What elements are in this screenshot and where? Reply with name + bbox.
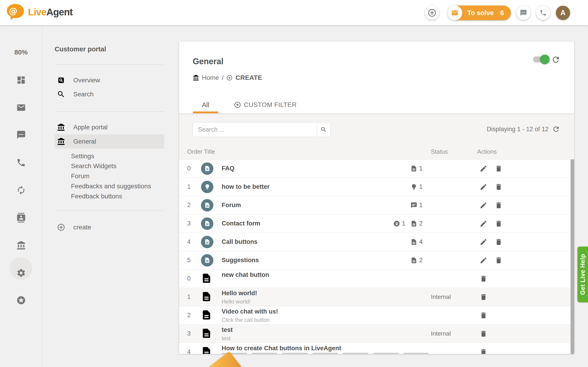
- article-count: 2: [410, 257, 423, 264]
- row-title[interactable]: test: [222, 326, 233, 334]
- sidebar-item-create[interactable]: create: [55, 221, 164, 234]
- row-title[interactable]: how to be better: [222, 183, 270, 190]
- chat-icon[interactable]: [0, 130, 42, 140]
- edit-button[interactable]: [479, 219, 488, 228]
- table-row[interactable]: 1 how to be better 1: [179, 178, 574, 196]
- breadcrumb-create[interactable]: CREATE: [235, 74, 262, 81]
- row-title[interactable]: FAQ: [222, 165, 234, 172]
- add-button[interactable]: [425, 6, 439, 20]
- dashboard-icon[interactable]: [0, 75, 42, 85]
- table-row[interactable]: 4 How to create Chat buttons in LiveAgen…: [179, 343, 574, 354]
- sidebar-item-overview[interactable]: Overview: [55, 74, 164, 87]
- edit-button[interactable]: [479, 256, 488, 265]
- sidebar-item-general[interactable]: General: [55, 135, 164, 148]
- phone-icon[interactable]: [0, 158, 42, 167]
- delete-button[interactable]: [494, 237, 503, 247]
- refresh-icon[interactable]: [551, 55, 561, 64]
- table-body: 0 FAQ 1 1 how to be better 1: [179, 159, 574, 354]
- breadcrumb-home[interactable]: Home: [202, 74, 219, 81]
- liveagent-logo[interactable]: @ LiveAgent: [6, 3, 73, 21]
- delete-button[interactable]: [494, 201, 503, 210]
- table-row[interactable]: 2 Forum 1: [179, 196, 574, 215]
- row-title[interactable]: How to create Chat buttons in LiveAgent: [222, 345, 341, 352]
- table-row[interactable]: 2 Video chat with us! Click the call but…: [179, 306, 574, 325]
- row-order: 2: [187, 312, 201, 319]
- icon-rail: 80%: [0, 25, 42, 367]
- delete-button[interactable]: [494, 182, 503, 192]
- delete-button[interactable]: [479, 274, 488, 283]
- chats-button[interactable]: [516, 6, 531, 20]
- to-solve-button[interactable]: To solve 6: [447, 6, 511, 20]
- avatar[interactable]: A: [556, 6, 570, 20]
- table-row[interactable]: 1 Hello world! Hello world! Internal: [179, 288, 574, 306]
- sidebar-item-settings[interactable]: Settings: [71, 151, 94, 161]
- row-title[interactable]: Hello world!: [222, 290, 257, 297]
- get-live-help-button[interactable]: Get Live Help: [578, 247, 588, 302]
- delete-button[interactable]: [479, 292, 488, 302]
- to-solve-count: 6: [500, 9, 504, 17]
- star-icon[interactable]: [0, 295, 42, 305]
- page-title: General: [193, 57, 224, 66]
- row-title[interactable]: Suggestions: [222, 257, 259, 264]
- sidebar-item-apple-portal[interactable]: Apple portal: [55, 121, 164, 134]
- pagination-info: Displaying 1 - 12 of 12: [487, 125, 560, 133]
- sidebar-item-search[interactable]: Search: [55, 88, 164, 101]
- edit-button[interactable]: [479, 182, 488, 192]
- document-icon: [201, 199, 213, 211]
- tab-all[interactable]: All: [193, 96, 218, 113]
- tab-custom-filter[interactable]: CUSTOM FILTER: [234, 96, 296, 113]
- contacts-icon[interactable]: [0, 213, 42, 223]
- svg-text:@: @: [9, 6, 17, 16]
- table-row[interactable]: 0 FAQ 1: [179, 159, 574, 178]
- forum-count: 1: [410, 202, 423, 209]
- calls-button[interactable]: [536, 6, 550, 20]
- panel-header: General Home / CREATE All CUSTOM FILTER: [179, 42, 574, 113]
- plus-circle-icon: [57, 223, 65, 232]
- row-order: 4: [187, 238, 201, 245]
- sidebar-item-search-widgets[interactable]: Search Widgets: [71, 161, 116, 171]
- row-title[interactable]: Video chat with us!: [222, 308, 278, 315]
- row-title[interactable]: Call buttons: [222, 238, 258, 245]
- overview-icon: [57, 76, 65, 84]
- mail-icon[interactable]: [0, 103, 42, 112]
- portal-icon[interactable]: [0, 241, 42, 250]
- document-icon: [201, 162, 213, 175]
- row-status: Internal: [431, 293, 477, 300]
- row-title[interactable]: new chat button: [222, 271, 269, 278]
- home-portal-icon: [193, 75, 199, 81]
- article-count: 1: [410, 165, 423, 172]
- file-icon: [201, 272, 212, 285]
- search-submit-button[interactable]: [317, 123, 330, 137]
- table-row[interactable]: 4 Call buttons 4: [179, 233, 574, 251]
- delete-button[interactable]: [479, 329, 488, 338]
- delete-button[interactable]: [479, 348, 488, 354]
- delete-button[interactable]: [494, 164, 503, 173]
- sidebar-item-forum[interactable]: Forum: [71, 171, 90, 181]
- table-scrollbar[interactable]: [571, 159, 574, 354]
- delete-button[interactable]: [494, 219, 503, 228]
- file-icon: [201, 308, 212, 322]
- table-row[interactable]: 3 Contact form 1 2: [179, 215, 574, 233]
- row-order: 1: [187, 293, 201, 300]
- delete-button[interactable]: [479, 311, 488, 320]
- button-count: 1: [393, 220, 405, 227]
- sidebar-item-feedback-buttons[interactable]: Feedback buttons: [71, 191, 122, 201]
- search-input[interactable]: [193, 123, 317, 137]
- table-row[interactable]: 0 new chat button: [179, 269, 574, 288]
- edit-button[interactable]: [479, 201, 488, 210]
- table-row[interactable]: 3 test test Internal: [179, 325, 574, 343]
- edit-button[interactable]: [479, 164, 488, 173]
- top-header: @ LiveAgent To solve 6 A: [0, 0, 588, 25]
- row-title[interactable]: Contact form: [222, 220, 260, 227]
- active-toggle[interactable]: [533, 56, 547, 62]
- settings-icon[interactable]: [0, 268, 42, 278]
- table-row[interactable]: 5 Suggestions 2: [179, 251, 574, 269]
- file-icon: [201, 327, 212, 340]
- row-title[interactable]: Forum: [222, 202, 241, 209]
- sidebar-item-feedbacks[interactable]: Feedbacks and suggestions: [71, 181, 151, 191]
- edit-button[interactable]: [479, 237, 488, 247]
- refresh-icon[interactable]: [552, 125, 560, 133]
- sync-icon[interactable]: [0, 185, 42, 195]
- delete-button[interactable]: [494, 256, 503, 265]
- column-title: Title: [204, 148, 215, 155]
